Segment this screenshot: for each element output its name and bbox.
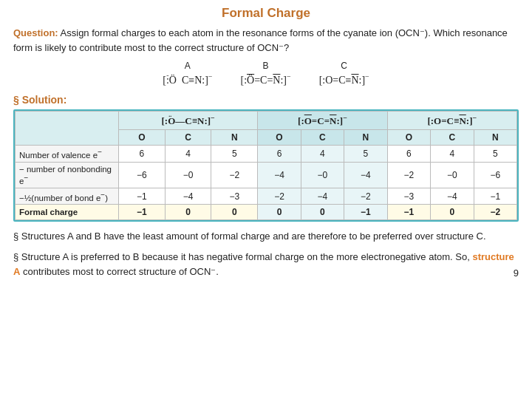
row-label-1: − number of nonbonding e− — [16, 162, 119, 188]
cell-r2-c2: −3 — [211, 188, 258, 205]
cell-r0-c1: 4 — [165, 145, 211, 162]
bottom-para2-prefix: § Structure A is preferred to B because … — [13, 251, 470, 262]
bottom-text: § Structures A and B have the least amou… — [13, 229, 519, 279]
row-label-0: Number of valence e− — [16, 145, 119, 162]
cell-r0-c7: 4 — [431, 145, 474, 162]
cell-r1-c8: −6 — [474, 162, 517, 188]
page-number: 9 — [514, 266, 519, 281]
cell-r3-c5: −1 — [344, 205, 388, 220]
cell-r1-c1: −0 — [165, 162, 211, 188]
bottom-para2: § Structure A is preferred to B because … — [13, 250, 519, 279]
cell-r3-c8: −2 — [474, 205, 517, 220]
bottom-para1: § Structures A and B have the least amou… — [13, 229, 519, 244]
col-group-a: [:O..—C≡N:]− — [119, 111, 258, 129]
cell-r2-c8: −1 — [474, 188, 517, 205]
table-header-groups: [:O..—C≡N:]− [:O=C=N:]− [:O=C≡N:]− — [16, 111, 517, 129]
struct-c-label: C — [341, 61, 347, 71]
page-title: Formal Charge — [13, 6, 519, 21]
cell-r1-c6: −2 — [387, 162, 430, 188]
row-label-3: Formal charge — [16, 205, 119, 220]
cell-r0-c8: 5 — [474, 145, 517, 162]
structures-row: A [:Ö.. C≡N:]− B [:Ö=C=N:]− C [:O=C≡N:]− — [13, 61, 519, 86]
struct-a-formula: [:Ö.. C≡N:]− — [163, 72, 212, 86]
cell-r2-c4: −4 — [301, 188, 344, 205]
question-text: Assign formal charges to each atom in th… — [13, 27, 508, 53]
cell-r3-c6: −1 — [387, 205, 430, 220]
question-label: Question: — [13, 27, 58, 38]
col-group-c: [:O=C≡N:]− — [387, 111, 516, 129]
table-row: Formal charge−10000−1−10−2 — [16, 205, 517, 220]
structure-b: B [:Ö=C=N:]− — [240, 61, 290, 86]
cell-r2-c1: −4 — [165, 188, 211, 205]
cell-r1-c3: −4 — [258, 162, 301, 188]
col-a-c: C — [165, 129, 211, 145]
cell-r2-c7: −4 — [431, 188, 474, 205]
solution-label: § Solution: — [13, 94, 519, 106]
cell-r3-c2: 0 — [211, 205, 258, 220]
cell-r1-c7: −0 — [431, 162, 474, 188]
cell-r2-c3: −2 — [258, 188, 301, 205]
cell-r2-c0: −1 — [119, 188, 166, 205]
question-block: Question: Assign formal charges to each … — [13, 26, 519, 55]
table-row: Number of valence e−645645645 — [16, 145, 517, 162]
bottom-para2-suffix: contributes most to correct structure of… — [23, 266, 219, 277]
header-struct-a: [:O..—C≡N:]− — [161, 115, 214, 126]
cell-r1-c4: −0 — [301, 162, 344, 188]
col-a-n: N — [211, 129, 258, 145]
struct-c-formula: [:O=C≡N:]− — [319, 72, 369, 86]
table-container: [:O..—C≡N:]− [:O=C=N:]− [:O=C≡N:]− O C — [13, 109, 519, 222]
cell-r3-c7: 0 — [431, 205, 474, 220]
cell-r0-c6: 6 — [387, 145, 430, 162]
cell-r1-c2: −2 — [211, 162, 258, 188]
col-b-n: N — [344, 129, 388, 145]
table-row: − number of nonbonding e−−6−0−2−4−0−4−2−… — [16, 162, 517, 188]
cell-r3-c0: −1 — [119, 205, 166, 220]
table-row: −½(number of bond e−)−1−4−3−2−4−2−3−4−1 — [16, 188, 517, 205]
cell-r3-c1: 0 — [165, 205, 211, 220]
formal-charge-table: [:O..—C≡N:]− [:O=C=N:]− [:O=C≡N:]− O C — [15, 111, 517, 221]
cell-r1-c0: −6 — [119, 162, 166, 188]
col-c-c: C — [431, 129, 474, 145]
header-struct-c: [:O=C≡N:]− — [427, 115, 477, 126]
cell-r0-c0: 6 — [119, 145, 166, 162]
struct-b-label: B — [263, 61, 269, 71]
header-struct-b: [:O=C=N:]− — [298, 115, 347, 126]
cell-r0-c5: 5 — [344, 145, 388, 162]
cell-r0-c2: 5 — [211, 145, 258, 162]
col-group-b: [:O=C=N:]− — [258, 111, 387, 129]
structure-c: C [:O=C≡N:]− — [319, 61, 369, 86]
col-b-c: C — [301, 129, 344, 145]
col-c-n: N — [474, 129, 517, 145]
cell-r1-c5: −4 — [344, 162, 388, 188]
cell-r0-c3: 6 — [258, 145, 301, 162]
col-empty — [16, 111, 119, 145]
cell-r3-c4: 0 — [301, 205, 344, 220]
cell-r3-c3: 0 — [258, 205, 301, 220]
cell-r0-c4: 4 — [301, 145, 344, 162]
cell-r2-c6: −3 — [387, 188, 430, 205]
struct-a-label: A — [185, 61, 191, 71]
cell-r2-c5: −2 — [344, 188, 388, 205]
struct-b-formula: [:Ö=C=N:]− — [240, 72, 290, 86]
col-a-o: O — [119, 129, 166, 145]
structure-a: A [:Ö.. C≡N:]− — [163, 61, 212, 86]
col-c-o: O — [387, 129, 430, 145]
col-b-o: O — [258, 129, 301, 145]
row-label-2: −½(number of bond e−) — [16, 188, 119, 205]
